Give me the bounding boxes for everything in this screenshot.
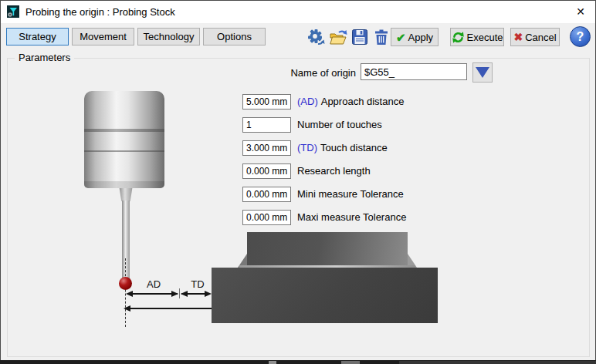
- arrowhead-left-icon: [181, 291, 188, 297]
- execute-button[interactable]: Execute: [450, 28, 504, 46]
- cancel-label: Cancel: [525, 32, 556, 43]
- probe-seam: [84, 181, 164, 188]
- desktop-strip: [399, 361, 596, 364]
- arrowhead-right-icon: [171, 291, 178, 297]
- probe-centerline: [125, 258, 126, 327]
- probe-body-graphic: [84, 91, 164, 188]
- parameters-group-label: Parameters: [15, 52, 74, 63]
- research-length-label: Research length: [297, 163, 371, 179]
- arrowhead-left-icon: [126, 291, 133, 297]
- origin-dropdown-button[interactable]: [472, 62, 493, 83]
- open-folder-icon[interactable]: [328, 27, 347, 47]
- apply-label: Apply: [408, 32, 434, 43]
- probe-ruby-tip: [119, 277, 132, 290]
- tab-options[interactable]: Options: [203, 28, 266, 46]
- desktop-strip: [269, 361, 276, 364]
- desktop-strip: [341, 361, 360, 364]
- probing-dialog: Probing the origin : Probing Stock ✕ Str…: [0, 0, 596, 361]
- app-icon: [7, 5, 19, 18]
- dimension-tick: [179, 288, 180, 298]
- arrowhead-right-icon: [205, 291, 212, 297]
- save-icon[interactable]: [350, 27, 369, 47]
- close-button[interactable]: ✕: [571, 3, 591, 21]
- triangle-down-icon: [476, 67, 489, 78]
- help-button[interactable]: ?: [570, 26, 591, 47]
- cancel-button[interactable]: ✖ Cancel: [510, 28, 560, 46]
- stock-boss-graphic: [247, 232, 408, 268]
- settings-gear-icon[interactable]: [306, 27, 326, 47]
- ad-dimension-label: AD: [142, 278, 165, 290]
- check-icon: ✔: [396, 32, 406, 43]
- apply-button[interactable]: ✔ Apply: [391, 28, 439, 46]
- touch-distance-label: (TD)Touch distance: [297, 140, 388, 156]
- approach-distance-input[interactable]: [242, 94, 291, 110]
- probe-stylus-shaft: [122, 201, 130, 278]
- touch-distance-input[interactable]: [242, 140, 291, 156]
- window-title: Probing the origin : Probing Stock: [25, 1, 175, 23]
- maxi-tolerance-input[interactable]: [242, 210, 291, 225]
- title-bar: Probing the origin : Probing Stock ✕: [1, 1, 595, 23]
- execute-label: Execute: [467, 32, 503, 43]
- delete-trash-icon[interactable]: [371, 27, 391, 47]
- approach-distance-label: (AD)Approach distance: [297, 94, 404, 110]
- mini-tolerance-input[interactable]: [242, 187, 291, 202]
- tab-technology[interactable]: Technology: [137, 28, 200, 46]
- td-dimension-label: TD: [186, 278, 209, 290]
- research-length-input[interactable]: [242, 163, 291, 179]
- name-of-origin-label: Name of origin: [279, 67, 356, 79]
- number-of-touches-label: Number of touches: [297, 117, 382, 133]
- stock-base-graphic: [212, 268, 438, 323]
- tab-movement[interactable]: Movement: [72, 28, 134, 46]
- name-of-origin-input[interactable]: [361, 63, 467, 80]
- maxi-tolerance-label: Maxi measure Tolerance: [297, 210, 406, 225]
- probe-seam: [84, 150, 164, 152]
- number-of-touches-input[interactable]: [242, 117, 291, 133]
- mini-tolerance-label: Mini measure Tolerance: [297, 187, 404, 202]
- ad-dimension-line: [130, 293, 178, 295]
- x-icon: ✖: [513, 32, 523, 42]
- tab-strategy[interactable]: Strategy: [6, 28, 69, 46]
- probe-seam: [84, 129, 164, 132]
- execute-arrows-icon: [452, 31, 465, 44]
- total-dimension-line: [129, 308, 212, 309]
